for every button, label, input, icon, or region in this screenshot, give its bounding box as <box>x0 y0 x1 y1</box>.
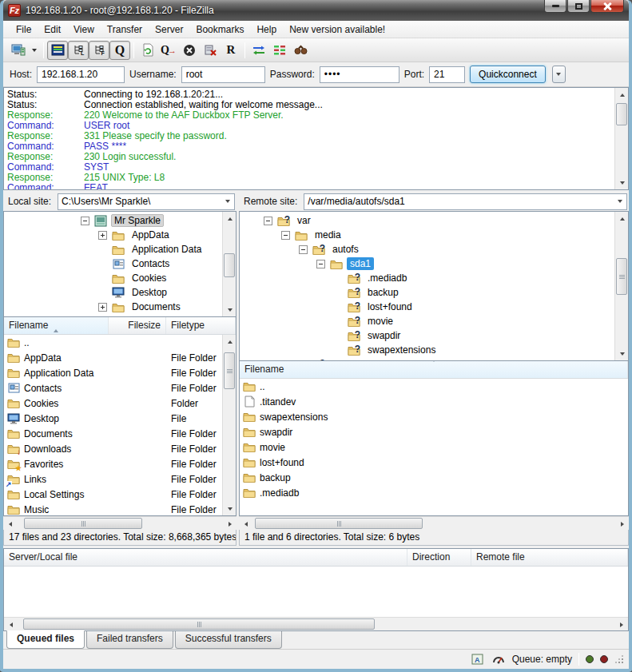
file-row-cookies[interactable]: CookiesFolder <box>4 396 222 411</box>
file-row-music[interactable]: MusicFile Folder <box>4 502 222 515</box>
quickconnect-button[interactable]: Quickconnect <box>470 66 546 83</box>
scroll-left-button[interactable] <box>239 517 252 531</box>
local-tree-item-application-data[interactable]: Application Data <box>4 242 222 256</box>
remote-tree-item-sda1[interactable]: sda1 <box>240 256 614 271</box>
host-input[interactable] <box>37 66 125 83</box>
local-column-header-filename[interactable]: Filename <box>4 317 109 334</box>
file-row-backup[interactable]: backup <box>240 470 628 485</box>
local-tree-item-appdata[interactable]: AppData <box>4 228 222 242</box>
scroll-thumb[interactable] <box>255 518 423 529</box>
file-row-swapdir[interactable]: swapdir <box>240 424 628 439</box>
scroll-thumb[interactable] <box>224 352 235 389</box>
collapse-icon[interactable] <box>299 245 308 254</box>
remote-path-input[interactable] <box>304 195 614 208</box>
toggle-transfer-queue-button[interactable]: Q <box>109 41 130 60</box>
remote-tree-item-movie[interactable]: ?movie <box>240 314 614 328</box>
menu-new-version-available[interactable]: New version available! <box>283 22 392 38</box>
minimize-button[interactable] <box>544 0 566 13</box>
remote-tree-item-mediadb[interactable]: ?.mediadb <box>240 271 614 285</box>
menu-edit[interactable]: Edit <box>38 22 67 38</box>
scroll-up-button[interactable] <box>615 88 629 101</box>
password-input[interactable] <box>320 66 399 83</box>
scroll-right-button[interactable] <box>223 517 237 531</box>
remote-tree-item-media[interactable]: media <box>240 228 614 242</box>
scroll-up-button[interactable] <box>223 335 237 348</box>
remote-tree-item-lost-found[interactable]: ?lost+found <box>240 300 614 314</box>
quickconnect-dropdown-button[interactable] <box>552 66 566 83</box>
message-log-vscrollbar[interactable] <box>614 88 628 189</box>
remote-column-header-filename[interactable]: Filename <box>240 361 628 378</box>
scroll-left-button[interactable] <box>4 618 18 631</box>
local-site-combo[interactable] <box>58 193 235 210</box>
local-list-hscrollbar[interactable] <box>3 516 237 530</box>
collapse-icon[interactable] <box>81 217 89 225</box>
remote-tree-item-swapdir[interactable]: ?swapdir <box>240 328 614 343</box>
local-column-header-filesize[interactable]: Filesize <box>109 317 166 334</box>
toggle-local-tree-button[interactable]: L <box>68 41 89 60</box>
scroll-up-button[interactable] <box>615 212 629 225</box>
remote-tree-item-backup[interactable]: ?backup <box>240 285 614 300</box>
toggle-message-log-button[interactable] <box>47 41 68 60</box>
queue-hscrollbar[interactable] <box>4 617 628 630</box>
remote-tree-vscrollbar[interactable] <box>614 212 628 360</box>
file-row-mediadb[interactable]: .mediadb <box>240 485 628 500</box>
remote-tree-item-dvd[interactable]: ?dvd <box>240 357 614 360</box>
local-tree-item-mr-sparkle[interactable]: Mr Sparkle <box>4 213 222 228</box>
local-tree-item-downloads[interactable]: ↓Downloads <box>4 314 222 316</box>
tab-failed-transfers[interactable]: Failed transfers <box>86 631 173 649</box>
site-manager-dropdown-button[interactable] <box>29 41 40 60</box>
collapse-icon[interactable] <box>281 231 290 240</box>
remote-tree-item-swapextensions[interactable]: ?swapextensions <box>240 343 614 357</box>
collapse-icon[interactable] <box>316 260 325 268</box>
menu-transfer[interactable]: Transfer <box>101 22 149 38</box>
remote-site-combo[interactable] <box>304 193 627 210</box>
scroll-thumb[interactable] <box>616 103 627 125</box>
tab-successful-transfers[interactable]: Successful transfers <box>175 631 282 649</box>
file-row-appdata[interactable]: AppDataFile Folder <box>4 350 222 365</box>
speed-limits-icon[interactable] <box>491 652 506 666</box>
remote-list-hscrollbar[interactable] <box>239 516 629 530</box>
scroll-down-button[interactable] <box>615 176 629 189</box>
local-tree-item-documents[interactable]: Documents <box>4 300 222 314</box>
file-row-contacts[interactable]: ContactsFile Folder <box>4 380 222 396</box>
scroll-left-button[interactable] <box>3 517 17 531</box>
tab-queued-files[interactable]: Queued files <box>6 630 85 649</box>
queue-column-header-server-local-file[interactable]: Server/Local file <box>4 549 407 566</box>
file-row-links[interactable]: ↗LinksFile Folder <box>4 471 222 487</box>
scroll-thumb[interactable] <box>224 253 235 277</box>
remote-tree-item-var[interactable]: ?var <box>240 213 614 228</box>
close-button[interactable] <box>590 0 624 13</box>
compare-directories-button[interactable] <box>248 41 269 60</box>
scroll-thumb[interactable] <box>616 258 627 295</box>
file-row-application-data[interactable]: Application DataFile Folder <box>4 365 222 380</box>
process-queue-button[interactable]: Q→ <box>158 41 179 60</box>
file-row-[interactable]: .. <box>240 379 628 394</box>
menu-help[interactable]: Help <box>250 22 283 38</box>
local-tree-item-desktop[interactable]: Desktop <box>4 285 222 300</box>
file-row-favorites[interactable]: ★FavoritesFile Folder <box>4 456 222 471</box>
menu-bookmarks[interactable]: Bookmarks <box>189 22 250 38</box>
expand-icon[interactable] <box>98 231 107 240</box>
file-row-swapextensions[interactable]: swapextensions <box>240 409 628 424</box>
cancel-button[interactable] <box>179 41 200 60</box>
collapse-icon[interactable] <box>264 217 272 225</box>
local-column-header-filetype[interactable]: Filetype <box>166 317 236 334</box>
menu-server[interactable]: Server <box>149 22 189 38</box>
scroll-down-button[interactable] <box>223 303 237 316</box>
scroll-thumb[interactable] <box>24 518 142 529</box>
scroll-right-button[interactable] <box>615 517 629 531</box>
queue-column-header-direction[interactable]: Direction <box>407 549 471 566</box>
username-input[interactable] <box>181 66 265 83</box>
scroll-down-button[interactable] <box>615 347 629 360</box>
menu-file[interactable]: File <box>10 22 38 38</box>
scroll-down-button[interactable] <box>223 502 237 515</box>
file-row-movie[interactable]: movie <box>240 439 628 455</box>
site-manager-button[interactable] <box>8 41 29 60</box>
transfer-type-icon[interactable]: A <box>471 652 485 666</box>
scroll-thumb[interactable] <box>23 618 375 630</box>
remote-tree-item-autofs[interactable]: ?autofs <box>240 242 614 256</box>
file-row-desktop[interactable]: DesktopFile <box>4 411 222 426</box>
reconnect-button[interactable]: R <box>221 41 241 60</box>
file-row-local-settings[interactable]: Local SettingsFile Folder <box>4 487 222 502</box>
local-tree-item-cookies[interactable]: Cookies <box>4 271 222 285</box>
